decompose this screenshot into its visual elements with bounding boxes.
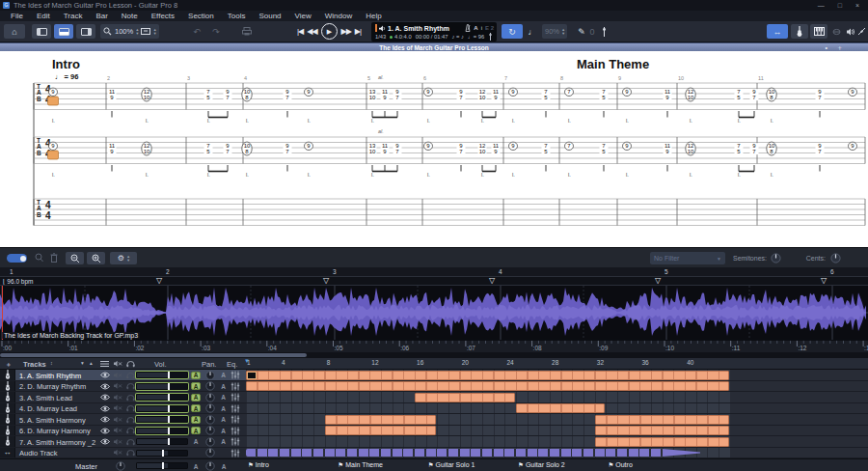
track-row[interactable]: 6. D. Murray HarmonyAA: [0, 426, 868, 437]
print-button[interactable]: [239, 24, 255, 39]
menu-track[interactable]: Track: [57, 11, 90, 21]
pan-knob[interactable]: [204, 427, 215, 434]
eq-icon[interactable]: [230, 416, 240, 424]
track-row[interactable]: 1. A. Smith RhythmAA: [0, 370, 868, 381]
solo-icon[interactable]: [125, 449, 136, 457]
volume-slider[interactable]: [136, 405, 188, 412]
note-event[interactable]: 9l.: [509, 88, 518, 124]
speed-stepper[interactable]: ▴▾: [562, 28, 564, 35]
volume-automation-button[interactable]: A: [191, 416, 201, 424]
track-bar-grid[interactable]: [246, 392, 868, 402]
track-bar-grid[interactable]: [246, 426, 868, 436]
wave-zoom-in-button[interactable]: [87, 252, 105, 264]
note-event[interactable]: 97: [393, 143, 402, 171]
wave-settings-button[interactable]: ⚙ ▴▾: [110, 252, 137, 264]
visibility-eye-icon[interactable]: [99, 416, 110, 424]
zoom-stepper[interactable]: ▴▾: [136, 28, 138, 35]
eq-icon[interactable]: [230, 427, 240, 434]
mute-icon[interactable]: [113, 382, 123, 390]
track-name[interactable]: 6. D. Murray Harmony: [19, 427, 91, 435]
note-event[interactable]: 119: [381, 89, 390, 117]
note-event[interactable]: 1310l.: [368, 89, 377, 124]
collapse-icon[interactable]: ▾: [81, 360, 84, 366]
volume-automation-button[interactable]: A: [191, 404, 201, 412]
section-flag-main-theme[interactable]: ⚑Main Theme: [338, 461, 383, 469]
pencil-button[interactable]: ✎: [575, 24, 588, 39]
track-bar-grid[interactable]: [246, 448, 868, 458]
volume-thumb[interactable]: [168, 438, 170, 445]
volume-slider[interactable]: [136, 450, 188, 457]
info-icon[interactable]: i: [481, 25, 482, 31]
note-event[interactable]: 1310l.: [368, 143, 377, 178]
eq-icon[interactable]: [230, 438, 240, 446]
volume-automation-button[interactable]: A: [191, 394, 201, 402]
volume-slider[interactable]: [136, 428, 188, 434]
cents-knob[interactable]: [830, 253, 841, 263]
maximize-button[interactable]: □: [838, 1, 842, 11]
fast-forward-button[interactable]: ▶▶: [341, 27, 351, 36]
pan-knob[interactable]: [204, 449, 215, 457]
note-event[interactable]: 108l.: [767, 88, 776, 124]
pan-automation-button[interactable]: A: [218, 438, 229, 446]
menu-bar[interactable]: Bar: [89, 11, 114, 21]
tablature-canvas[interactable]: TAB44234567891011al.9l.1191210l.75l.9710…: [0, 51, 868, 247]
track-list-icon[interactable]: [100, 360, 109, 370]
note-event[interactable]: 75: [600, 89, 609, 117]
volume-slider[interactable]: [136, 372, 188, 378]
zoom-value[interactable]: 100%: [115, 27, 133, 36]
eq-icon[interactable]: [230, 394, 240, 402]
current-track-name[interactable]: 1. A. Smith Rhythm: [388, 25, 449, 32]
settings-stepper[interactable]: ▴▾: [127, 255, 129, 262]
section-flag-intro[interactable]: ⚑Intro: [248, 461, 269, 469]
note-event[interactable]: 75l.: [735, 143, 744, 178]
mute-icon[interactable]: [113, 438, 123, 446]
volume-thumb[interactable]: [168, 405, 170, 412]
track-row[interactable]: ↔Audio Track: [0, 448, 868, 459]
solo-all-icon[interactable]: [126, 360, 135, 370]
eq-icon[interactable]: [230, 404, 240, 412]
volume-slider[interactable]: [136, 394, 188, 401]
note-event[interactable]: 9: [849, 88, 857, 96]
volume-automation-button[interactable]: A: [191, 382, 201, 390]
note-equivalence[interactable]: ♪ = ♪: [452, 34, 464, 40]
bpm-strip[interactable]: ⌊ 96.0 bpm ▽▽▽▽▽: [0, 277, 868, 286]
track-name[interactable]: 7. A. Smith Harmony _2: [19, 438, 95, 447]
visibility-eye-icon[interactable]: [99, 404, 110, 412]
volume-slider[interactable]: [136, 383, 188, 390]
note-event[interactable]: 1210l.: [142, 142, 151, 178]
track-name[interactable]: 5. A. Smith Harmony: [19, 416, 86, 425]
menu-window[interactable]: Window: [318, 11, 359, 21]
analyze-icon[interactable]: [35, 253, 43, 264]
note-event[interactable]: 75: [542, 143, 551, 171]
visibility-eye-icon[interactable]: [99, 372, 110, 379]
volume-thumb[interactable]: [162, 450, 164, 457]
note-event[interactable]: 75l.: [735, 89, 744, 124]
track-bar-grid[interactable]: [246, 381, 868, 392]
track-name[interactable]: 2. D. Murray Rhythm: [19, 382, 86, 391]
track-row[interactable]: 4. D. Murray LeadAA: [0, 403, 868, 415]
mute-icon[interactable]: [113, 449, 123, 457]
note-event[interactable]: 9l.: [424, 142, 433, 178]
bar-marker-triangle[interactable]: ▽: [489, 276, 495, 285]
fretboard-toggle-button[interactable]: ↔: [767, 24, 788, 39]
volume-thumb[interactable]: [168, 416, 170, 423]
mute-all-icon[interactable]: [114, 360, 122, 370]
pan-knob[interactable]: [204, 416, 215, 424]
mute-icon[interactable]: [113, 372, 123, 379]
trash-icon[interactable]: [50, 253, 58, 264]
mute-icon[interactable]: [113, 404, 123, 412]
eq-icon[interactable]: [230, 449, 240, 457]
tuning-icon[interactable]: A: [474, 25, 477, 31]
guitar-view-button[interactable]: [791, 24, 808, 39]
mixer-button[interactable]: [856, 24, 867, 39]
menu-section[interactable]: Section: [181, 11, 221, 21]
redo-button[interactable]: ↷: [208, 24, 224, 39]
pan-knob[interactable]: [204, 438, 215, 446]
note-event[interactable]: 1210l.: [686, 88, 695, 124]
menu-note[interactable]: Note: [115, 11, 145, 21]
note-event[interactable]: 9l.: [623, 142, 632, 178]
note-event[interactable]: 1210l.: [686, 142, 695, 178]
menu-tools[interactable]: Tools: [221, 11, 253, 21]
menu-effects[interactable]: Effects: [145, 11, 181, 21]
note-event[interactable]: 75: [542, 89, 551, 117]
